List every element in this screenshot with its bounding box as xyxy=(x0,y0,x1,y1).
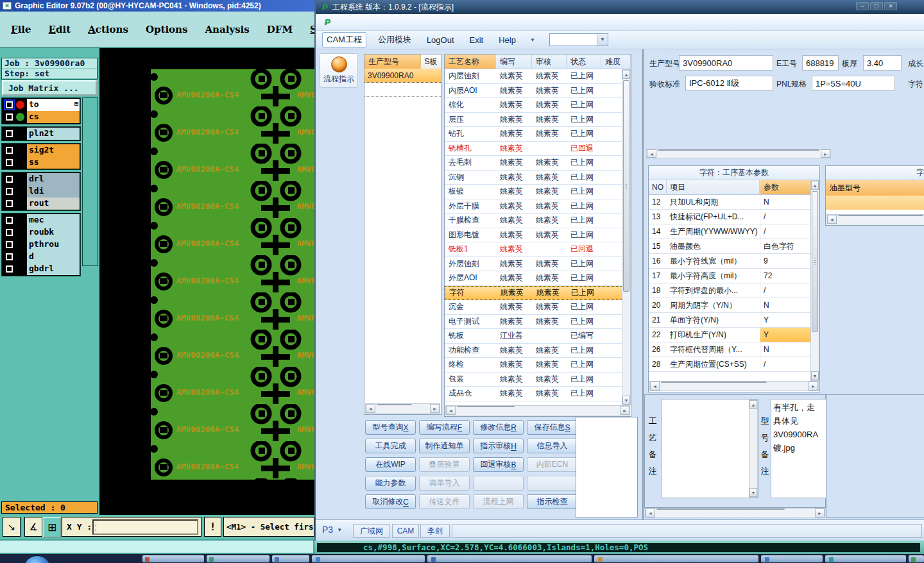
taskbar-button[interactable] xyxy=(427,555,592,562)
process-row[interactable]: 包装姚素英姚素英已上网 xyxy=(445,373,623,387)
process-column-header[interactable]: 难度 xyxy=(601,55,631,69)
note-vscrollbar[interactable]: ▲ ▼ xyxy=(749,399,758,498)
layer-checkbox[interactable] xyxy=(7,242,12,247)
process-row[interactable]: 终检姚素英姚素英已上网 xyxy=(445,358,623,373)
scroll-thumb[interactable] xyxy=(661,382,767,383)
layer-label[interactable]: sig2t xyxy=(27,144,80,156)
layer-checkbox[interactable] xyxy=(7,115,12,119)
param-column-header[interactable]: 参数 xyxy=(760,180,811,195)
layer-label[interactable]: ss xyxy=(27,156,80,169)
button-保存信息[interactable]: 保存信息S xyxy=(527,420,578,435)
taskbar-button[interactable] xyxy=(142,555,204,562)
button-信息导入[interactable]: 信息导入 xyxy=(527,439,578,453)
process-row[interactable]: 铣板江业善已编写 xyxy=(445,329,623,344)
scroll-left-icon[interactable]: ◄ xyxy=(827,215,837,224)
ge-menu-dfm[interactable]: DFM xyxy=(267,24,293,35)
windows-start-orb[interactable] xyxy=(23,555,51,563)
process-row[interactable]: 功能检查姚素英姚素英已上网 xyxy=(445,344,623,358)
button-指示审核[interactable]: 指示审核H xyxy=(473,439,524,453)
param-row[interactable]: 21单面字符(Y/N)Y xyxy=(649,313,811,328)
scroll-thumb[interactable] xyxy=(457,406,515,407)
param-row[interactable]: 20周期为阴字（Y/N）N xyxy=(649,298,811,313)
layer-scrollbar[interactable] xyxy=(82,97,98,266)
zoom-arrow-button[interactable]: ↘ xyxy=(3,517,21,537)
ge-menu-actions[interactable]: Actions xyxy=(88,24,128,35)
param-row[interactable]: 26字符框代替周期（Y...N xyxy=(649,342,811,357)
layer-checkbox[interactable] xyxy=(7,131,12,136)
layer-label[interactable]: drl xyxy=(27,173,80,185)
sboard-column-header[interactable]: S板 xyxy=(421,55,441,69)
process-column-header[interactable]: 工艺名称 xyxy=(445,55,496,69)
model-hscrollbar[interactable]: ◄ ► xyxy=(365,403,440,414)
alert-button[interactable]: ! xyxy=(204,517,221,537)
process-row[interactable]: 棕化姚素英姚素英已上网 xyxy=(445,98,623,113)
layer-row-d[interactable]: d xyxy=(3,251,80,263)
cam-menu-5[interactable]: Help xyxy=(495,34,520,46)
help-dropdown-icon[interactable]: ▼ xyxy=(530,37,535,43)
layer-checkbox[interactable] xyxy=(7,218,12,223)
pcb-canvas[interactable]: AMV00200A-CS4 AMV00200A-CS4 xyxy=(99,48,314,515)
process-column-header[interactable]: 编写 xyxy=(496,55,532,69)
notes-hscrollbar[interactable]: ◄ ► xyxy=(645,508,825,518)
layer-label[interactable]: rout xyxy=(27,197,80,210)
param-row[interactable]: 16最小字符线宽（mil）9 xyxy=(649,254,811,269)
scroll-thumb[interactable] xyxy=(377,404,412,405)
param-row[interactable]: 18字符到焊盘的最小.../ xyxy=(649,283,811,298)
pnl-field[interactable]: 1P=5S=40U xyxy=(812,76,895,91)
layer-row-pthrou[interactable]: pthrou xyxy=(3,239,80,251)
flow-indicator-button[interactable]: 流程指示 xyxy=(320,53,358,88)
param-vscrollbar[interactable]: ▲ ▼ xyxy=(810,180,819,381)
taskbar-button[interactable] xyxy=(594,555,758,562)
process-vscrollbar[interactable]: ▲ ▼ xyxy=(622,69,631,405)
scroll-right-icon[interactable]: ► xyxy=(815,508,825,517)
process-row[interactable]: 层压姚素英姚素英已上网 xyxy=(445,113,623,128)
layer-label[interactable]: d xyxy=(27,251,80,263)
ge-menu-analysis[interactable]: Analysis xyxy=(205,24,249,35)
process-row[interactable]: 外层干膜姚素英姚素英已上网 xyxy=(445,199,623,214)
button-在线WIP[interactable]: 在线WIP xyxy=(365,457,416,472)
process-row[interactable]: 内层蚀刻姚素英姚素英已上网 xyxy=(445,69,623,84)
param-row[interactable]: 12只加UL和周期N xyxy=(649,195,811,210)
measure-angle-button[interactable]: ∡ xyxy=(24,517,42,537)
taskbar-button[interactable] xyxy=(825,555,906,562)
process-column-header[interactable]: 审核 xyxy=(532,55,567,69)
scroll-thumb[interactable] xyxy=(838,215,923,216)
layer-row-sig2t[interactable]: sig2t xyxy=(3,144,80,156)
layer-label[interactable]: pln2t xyxy=(27,128,80,140)
process-row[interactable]: 电子测试姚素英姚素英已上网 xyxy=(445,315,623,330)
model-note-textarea[interactable]: 有半孔，走具体见3V09900RA镀.jpg xyxy=(771,399,826,498)
job-matrix-button[interactable]: Job Matrix ... xyxy=(2,80,97,96)
layer-row-rout[interactable]: rout xyxy=(3,197,80,210)
ink-empty-row[interactable] xyxy=(826,196,924,210)
process-row[interactable]: 外层蚀刻姚素英姚素英已上网 xyxy=(445,257,623,272)
thickness-field[interactable]: 3.40 xyxy=(863,55,902,71)
scroll-left-icon[interactable]: ◄ xyxy=(366,404,375,413)
close-button[interactable]: ✕ xyxy=(884,2,897,10)
process-row[interactable]: 内层AOI姚素英姚素英已上网 xyxy=(445,84,623,99)
param-row[interactable]: 13快捷标记(FP+UL+D.../ xyxy=(649,210,811,224)
scroll-thumb[interactable] xyxy=(623,80,629,292)
layer-row-ss[interactable]: ss xyxy=(3,156,80,169)
ge-menu-edit[interactable]: Edit xyxy=(49,24,71,35)
button-工具完成[interactable]: 工具完成 xyxy=(365,439,416,453)
scroll-right-icon[interactable]: ► xyxy=(821,149,830,158)
button-制作通知单[interactable]: 制作通知单 xyxy=(419,439,470,453)
process-row[interactable]: 图形电镀姚素英姚素英已上网 xyxy=(445,228,623,243)
layer-checkbox[interactable] xyxy=(7,177,12,181)
cam-menu-1[interactable]: CAM工程 xyxy=(322,32,366,47)
cam-menu-4[interactable]: Exit xyxy=(466,34,488,46)
layer-label[interactable]: cs xyxy=(27,111,80,123)
cam-menu-3[interactable]: LogOut xyxy=(423,34,458,46)
ge-menu-file[interactable]: File xyxy=(11,24,31,35)
layer-row-gbdrl[interactable]: gbdrl xyxy=(3,263,80,275)
layer-checkbox[interactable] xyxy=(7,255,12,259)
model-row[interactable]: 3V09900RA0 xyxy=(364,69,441,83)
process-row[interactable]: 沉铜姚素英姚素英已上网 xyxy=(445,171,623,185)
param-row[interactable]: 22打印机生产(Y/N)Y xyxy=(649,328,811,342)
button-能力参数[interactable]: 能力参数 xyxy=(365,476,416,491)
empty-list-box[interactable] xyxy=(576,417,638,517)
taskbar-button[interactable] xyxy=(909,555,924,562)
process-note-textarea[interactable]: ▲ ▼ xyxy=(661,399,758,498)
process-column-header[interactable]: 状态 xyxy=(567,55,601,69)
layer-row-drl[interactable]: drl xyxy=(3,173,80,185)
